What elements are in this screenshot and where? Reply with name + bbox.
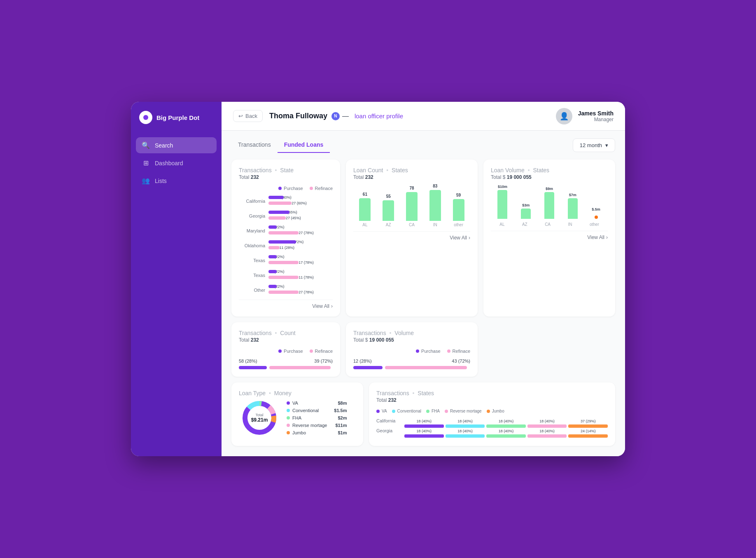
loan-volume-card: Loan Volume • States Total $ 19 000 055 …	[483, 159, 615, 317]
bottom-grid: Loan Type • Money	[231, 382, 615, 446]
bar-chart-col: 83 IN	[429, 184, 441, 227]
sidebar-nav: 🔍 Search ⊞ Dashboard 👥 Lists	[131, 137, 222, 189]
vol-bar-col: $9m	[544, 187, 554, 219]
content-area: Transactions Funded Loans 12 month ▾ Tra…	[222, 131, 625, 456]
table-row: Oklahoma 23 (72%) 11 (28%)	[239, 240, 333, 251]
tab-funded-loans[interactable]: Funded Loans	[278, 137, 330, 153]
table-row: Georgia 18 (40%) 18 (40%) 18 (40%) 18 (4…	[376, 428, 608, 433]
list-item: Reverse mortage	[445, 409, 482, 413]
bar-rows: California 18 (40%) 27 (60%) Georgia 18 …	[239, 196, 333, 295]
period-selector[interactable]: 12 month ▾	[573, 138, 615, 152]
count-bar-pink	[269, 366, 330, 369]
legend-refinace: Refinace	[310, 186, 333, 191]
list-item: Reverse mortage $11m	[287, 423, 347, 428]
chevron-right-icon-2: ›	[469, 235, 470, 241]
refinace-dot	[310, 187, 313, 190]
transactions-states-total: Total 232	[376, 397, 608, 403]
list-item: VA $8m	[287, 401, 347, 406]
purchase-dot	[278, 187, 282, 190]
list-item: Conventional $1.5m	[287, 408, 347, 413]
transactions-count-total: Total 232	[239, 337, 333, 343]
donut-chart: Total $9.21m	[239, 397, 280, 438]
main-area: ↩ Back Thoma Fulloway N — loan officer p…	[222, 102, 625, 456]
donut-legend: VA $8m Conventional $1.5m FHA $2m Revers…	[287, 401, 347, 435]
user-name: James Smith	[578, 110, 614, 117]
logo-dot	[143, 115, 148, 120]
sidebar-item-search[interactable]: 🔍 Search	[136, 137, 217, 153]
back-button[interactable]: ↩ Back	[233, 110, 263, 122]
loan-count-chart: 61 AL 55 AZ 78 CA 83 IN 59 other	[353, 186, 470, 227]
donut-section: Total $9.21m VA $8m Conventional $1.5m F…	[239, 397, 356, 438]
legend-purchase-vol: Purchase	[416, 349, 440, 354]
search-icon: 🔍	[142, 141, 150, 149]
view-all-transactions-state[interactable]: View All ›	[239, 300, 333, 309]
user-info: James Smith Manager	[578, 110, 614, 122]
avatar: 👤	[556, 108, 572, 124]
list-item: Conventional	[392, 409, 421, 413]
list-item: VA	[376, 409, 387, 413]
transactions-volume-card: Transactions • Volume Total $ 19 000 055…	[346, 322, 478, 377]
count-bar-purple	[239, 366, 267, 369]
vol-bar-col: $3m	[521, 203, 531, 219]
dashboard-icon: ⊞	[142, 159, 150, 167]
sidebar-item-lists[interactable]: 👥 Lists	[136, 173, 217, 189]
header-left: ↩ Back Thoma Fulloway N — loan officer p…	[233, 110, 403, 122]
loan-type-title: Loan Type • Money	[239, 390, 356, 396]
back-icon: ↩	[238, 113, 243, 119]
count-bar-labels: 58 (28%) 39 (72%)	[239, 359, 333, 363]
sidebar-item-dashboard-label: Dashboard	[155, 160, 183, 166]
table-row: Texas 89 (22%) 11 (78%)	[239, 270, 333, 281]
view-all-loan-volume[interactable]: View All ›	[491, 231, 608, 240]
view-all-loan-count[interactable]: View All ›	[353, 231, 470, 241]
header: ↩ Back Thoma Fulloway N — loan officer p…	[222, 102, 625, 131]
loan-count-card: Loan Count • States Total 232 61 AL 55 A…	[346, 159, 478, 317]
list-item: Jumbo	[487, 409, 504, 413]
sidebar-item-lists-label: Lists	[155, 178, 167, 184]
transactions-states-card: Transactions • States Total 232 VAConven…	[369, 382, 615, 446]
bar-chart-col: 59 other	[453, 193, 464, 227]
table-row: California 18 (40%) 18 (40%) 18 (40%) 18…	[376, 418, 608, 423]
app-name: Big Purple Dot	[156, 114, 199, 121]
vol-bar-col: $.5m	[591, 207, 601, 219]
transactions-state-total: Total 232	[239, 174, 333, 180]
volume-bar-purple	[353, 366, 383, 369]
transactions-volume-title: Transactions • Volume	[353, 330, 470, 336]
user-role: Manager	[578, 117, 614, 122]
table-row: Other 11 (22%) 27 (78%)	[239, 285, 333, 295]
transactions-states-rows: California 18 (40%) 18 (40%) 18 (40%) 18…	[376, 418, 608, 433]
period-label: 12 month	[580, 142, 602, 148]
list-item: FHA $2m	[287, 415, 347, 420]
sidebar: Big Purple Dot 🔍 Search ⊞ Dashboard 👥 Li…	[131, 102, 222, 456]
transactions-state-legend: Purchase Refinace	[239, 186, 333, 191]
title-subtitle: loan officer profile	[355, 113, 403, 120]
transactions-count-title: Transactions • Count	[239, 330, 333, 336]
loan-type-card: Loan Type • Money	[231, 382, 363, 446]
loan-volume-total: Total $ 19 000 055	[491, 174, 608, 180]
header-right: 👤 James Smith Manager	[556, 108, 614, 124]
vol-bar-col: $10m	[497, 185, 507, 219]
transactions-count-card: Transactions • Count Total 232 Purchase	[231, 322, 340, 377]
table-row: California 18 (40%) 27 (60%)	[239, 196, 333, 206]
chevron-right-icon-3: ›	[606, 234, 608, 240]
transactions-states-title: Transactions • States	[376, 390, 608, 396]
bar-chart-col: 55 AZ	[383, 194, 394, 227]
transactions-state-card: Transactions • State Total 232 Purchase	[231, 159, 340, 317]
loan-volume-chart: $10m $3m $9m $7m $.5m	[491, 186, 608, 219]
logo-icon	[139, 111, 152, 124]
middle-cards-grid: Transactions • Count Total 232 Purchase	[231, 322, 615, 377]
avatar-emoji: 👤	[560, 112, 569, 121]
transactions-states-legend: VAConventionalFHAReverse mortageJumbo	[376, 409, 608, 413]
page-title: Thoma Fulloway	[269, 112, 327, 120]
title-badge: N	[331, 112, 340, 120]
volume-bar-pink	[385, 366, 467, 369]
volume-bar-labels: 12 (28%) 43 (72%)	[353, 359, 470, 363]
chevron-down-icon: ▾	[605, 142, 608, 148]
lists-icon: 👥	[142, 177, 150, 185]
sidebar-item-dashboard[interactable]: ⊞ Dashboard	[136, 155, 217, 171]
logo: Big Purple Dot	[131, 102, 222, 133]
tabs: Transactions Funded Loans	[231, 137, 330, 153]
bar-chart-col: 78 CA	[406, 186, 418, 227]
chevron-right-icon: ›	[331, 303, 333, 309]
sidebar-item-search-label: Search	[155, 142, 173, 149]
tab-transactions[interactable]: Transactions	[231, 137, 278, 153]
